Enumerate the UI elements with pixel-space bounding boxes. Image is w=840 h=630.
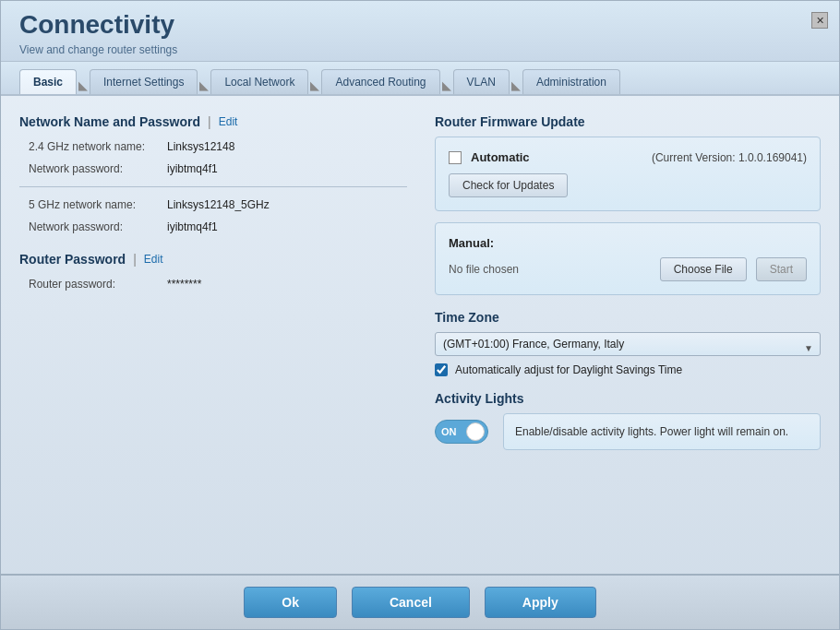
- tab-bar: Basic ◣ Internet Settings ◣ Local Networ…: [1, 62, 839, 96]
- timezone-select[interactable]: (GMT-12:00) Baker Island (GMT-11:00) Sam…: [435, 332, 821, 356]
- tab-advanced-routing[interactable]: Advanced Routing: [321, 69, 439, 94]
- firmware-automatic-box: Automatic (Current Version: 1.0.0.169041…: [435, 137, 821, 211]
- ghz24-password-label: Network password:: [29, 162, 167, 175]
- activity-title: Activity Lights: [435, 391, 821, 406]
- timezone-select-wrapper: (GMT-12:00) Baker Island (GMT-11:00) Sam…: [435, 332, 821, 363]
- tab-sep-1: ◣: [78, 69, 90, 94]
- apply-button[interactable]: Apply: [485, 587, 596, 618]
- router-password-row: Router password: ********: [19, 278, 407, 291]
- router-password-label: Router password:: [29, 278, 167, 291]
- firmware-title: Router Firmware Update: [435, 114, 821, 129]
- choose-file-button[interactable]: Choose File: [660, 257, 747, 281]
- divider-1: [19, 186, 407, 187]
- cancel-button[interactable]: Cancel: [352, 587, 470, 618]
- router-password-title: Router Password: [19, 252, 126, 267]
- ghz24-password-value: iyibtmq4f1: [167, 162, 218, 175]
- network-separator: |: [208, 114, 211, 129]
- ghz24-name-row: 2.4 GHz network name: Linksys12148: [19, 140, 407, 153]
- ghz5-password-label: Network password:: [29, 220, 167, 233]
- ghz5-name-label: 5 GHz network name:: [29, 198, 167, 211]
- tab-sep-3: ◣: [310, 69, 321, 94]
- ghz24-name-value: Linksys12148: [167, 140, 234, 153]
- timezone-title: Time Zone: [435, 310, 821, 325]
- automatic-checkbox[interactable]: [449, 151, 462, 164]
- router-password-value: ********: [167, 278, 201, 291]
- tab-basic[interactable]: Basic: [19, 69, 77, 94]
- router-password-header: Router Password | Edit: [19, 252, 407, 267]
- ghz5-password-row: Network password: iyibtmq4f1: [19, 220, 407, 233]
- manual-label: Manual:: [449, 236, 807, 250]
- connectivity-window: Connectivity View and change router sett…: [0, 0, 840, 630]
- tab-local-network[interactable]: Local Network: [210, 69, 308, 94]
- title-bar: Connectivity View and change router sett…: [1, 1, 839, 62]
- tab-sep-2: ◣: [199, 69, 210, 94]
- footer: Ok Cancel Apply: [1, 574, 839, 629]
- router-password-section: Router Password | Edit Router password: …: [19, 252, 407, 291]
- tab-administration[interactable]: Administration: [522, 69, 620, 94]
- check-updates-button[interactable]: Check for Updates: [449, 173, 568, 197]
- toggle-knob: [466, 422, 485, 441]
- close-button[interactable]: ✕: [811, 12, 828, 29]
- router-password-separator: |: [133, 252, 137, 267]
- ok-button[interactable]: Ok: [244, 587, 337, 618]
- automatic-label: Automatic: [471, 150, 530, 164]
- ghz24-name-label: 2.4 GHz network name:: [29, 140, 167, 153]
- window-title: Connectivity: [19, 10, 821, 40]
- ghz5-name-value: Linksys12148_5GHz: [167, 198, 270, 211]
- window-subtitle: View and change router settings: [19, 43, 821, 56]
- firmware-auto-row: Automatic (Current Version: 1.0.0.169041…: [449, 150, 807, 164]
- network-section-title: Network Name and Password: [19, 114, 200, 129]
- tab-internet-settings[interactable]: Internet Settings: [90, 69, 198, 94]
- timezone-section: Time Zone (GMT-12:00) Baker Island (GMT-…: [435, 310, 821, 376]
- activity-section: Activity Lights ON Enable/disable activi…: [435, 391, 821, 450]
- main-content: Network Name and Password | Edit 2.4 GHz…: [1, 96, 839, 576]
- tab-sep-5: ◣: [511, 69, 522, 94]
- right-panel: Router Firmware Update Automatic (Curren…: [435, 114, 821, 557]
- dst-label: Automatically adjust for Daylight Saving…: [455, 363, 682, 376]
- firmware-manual-box: Manual: No file chosen Choose File Start: [435, 222, 821, 295]
- no-file-label: No file chosen: [449, 263, 651, 276]
- tab-sep-4: ◣: [442, 69, 453, 94]
- ghz24-password-row: Network password: iyibtmq4f1: [19, 162, 407, 175]
- activity-content: ON Enable/disable activity lights. Power…: [435, 413, 821, 450]
- dst-checkbox[interactable]: [435, 363, 448, 376]
- current-version-label: (Current Version: 1.0.0.169041): [652, 151, 807, 164]
- dst-row: Automatically adjust for Daylight Saving…: [435, 363, 821, 376]
- start-button[interactable]: Start: [756, 257, 807, 281]
- toggle-on-label: ON: [441, 426, 457, 437]
- router-password-edit-link[interactable]: Edit: [144, 253, 163, 266]
- ghz5-password-value: iyibtmq4f1: [167, 220, 218, 233]
- tab-vlan[interactable]: VLAN: [453, 69, 510, 94]
- ghz5-name-row: 5 GHz network name: Linksys12148_5GHz: [19, 198, 407, 211]
- network-section-header: Network Name and Password | Edit: [19, 114, 407, 129]
- network-edit-link[interactable]: Edit: [219, 115, 238, 128]
- activity-description: Enable/disable activity lights. Power li…: [503, 413, 821, 450]
- activity-toggle[interactable]: ON: [435, 420, 488, 444]
- manual-row: No file chosen Choose File Start: [449, 257, 807, 281]
- left-panel: Network Name and Password | Edit 2.4 GHz…: [19, 114, 407, 557]
